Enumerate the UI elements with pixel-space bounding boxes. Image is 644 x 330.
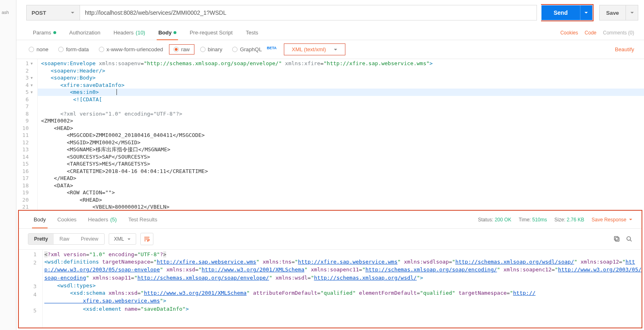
view-raw[interactable]: Raw: [54, 234, 75, 244]
svg-rect-1: [614, 237, 618, 240]
response-format-select[interactable]: XML: [109, 233, 137, 245]
code-link[interactable]: Code: [585, 30, 596, 36]
response-body-editor[interactable]: 12345 <?xml version="1.0" encoding="UTF-…: [19, 250, 642, 328]
resp-tab-headers[interactable]: Headers(5): [82, 211, 123, 228]
tab-params[interactable]: Params: [26, 25, 63, 40]
response-panel: Body Cookies Headers(5) Test Results Sta…: [18, 210, 642, 328]
chevron-down-icon: [629, 218, 633, 221]
wrap-icon: [144, 236, 150, 242]
body-type-graphql[interactable]: GraphQL: [228, 45, 266, 54]
save-dropdown[interactable]: [626, 5, 638, 20]
chevron-down-icon: [71, 11, 75, 15]
http-method-label: POST: [32, 10, 46, 16]
cookies-link[interactable]: Cookies: [560, 30, 578, 36]
url-bar: POST Send Save: [16, 0, 644, 25]
resp-tab-body[interactable]: Body: [28, 211, 52, 228]
view-mode-segment: Pretty Raw Preview: [28, 233, 105, 245]
body-type-none[interactable]: none: [25, 45, 53, 54]
radio-icon: [58, 47, 64, 52]
tab-body[interactable]: Body: [152, 25, 183, 40]
tab-prerequest[interactable]: Pre-request Script: [183, 25, 239, 40]
body-type-formdata[interactable]: form-data: [54, 45, 93, 54]
body-type-binary[interactable]: binary: [196, 45, 226, 54]
save-response-button[interactable]: Save Response: [591, 217, 633, 223]
beta-badge: BETA: [267, 46, 276, 50]
tab-authorization[interactable]: Authorization: [63, 25, 107, 40]
code-area[interactable]: <soapenv:Envelope xmlns:soapenv="http://…: [38, 59, 644, 210]
radio-icon: [200, 47, 206, 52]
view-preview[interactable]: Preview: [75, 234, 104, 244]
body-type-xwww[interactable]: x-www-form-urlencoded: [95, 45, 167, 54]
comments-link[interactable]: Comments (0): [603, 30, 634, 36]
radio-icon: [29, 47, 34, 52]
svg-rect-0: [615, 237, 619, 241]
size-value: 2.76 KB: [567, 217, 585, 223]
chevron-down-icon: [630, 11, 634, 15]
send-button[interactable]: Send: [541, 5, 580, 20]
radio-icon: [99, 47, 104, 52]
indicator-dot: [53, 31, 56, 34]
body-type-raw[interactable]: raw: [169, 44, 194, 55]
sidebar-item[interactable]: ash: [0, 7, 16, 18]
line-gutter: 1▾23▾4▾5▾6789101112131415161718192021: [16, 59, 38, 210]
response-view-row: Pretty Raw Preview XML: [19, 229, 642, 250]
copy-icon[interactable]: [614, 236, 620, 242]
resp-tab-testresults[interactable]: Test Results: [123, 211, 163, 228]
line-gutter: 12345: [19, 250, 43, 328]
response-tabs: Body Cookies Headers(5) Test Results Sta…: [19, 211, 642, 229]
svg-point-2: [627, 237, 630, 240]
tab-headers[interactable]: Headers(10): [107, 25, 152, 40]
wrap-toggle[interactable]: [140, 233, 153, 245]
url-input[interactable]: [80, 5, 537, 20]
chevron-down-icon: [333, 48, 338, 52]
content-type-select[interactable]: XML (text/xml): [284, 43, 345, 55]
chevron-down-icon: [127, 237, 131, 241]
request-body-editor[interactable]: 1▾23▾4▾5▾6789101112131415161718192021 <s…: [16, 59, 644, 210]
sidebar-item[interactable]: [0, 0, 16, 7]
search-icon[interactable]: [626, 236, 633, 242]
left-sidebar: ash: [0, 0, 16, 330]
body-type-row: none form-data x-www-form-urlencoded raw…: [16, 40, 644, 59]
send-dropdown[interactable]: [580, 5, 592, 20]
view-pretty[interactable]: Pretty: [28, 234, 54, 244]
radio-icon: [232, 47, 238, 52]
tab-tests[interactable]: Tests: [239, 25, 265, 40]
indicator-dot: [174, 31, 176, 34]
radio-icon: [174, 47, 179, 52]
request-tabs: Params Authorization Headers(10) Body Pr…: [16, 25, 644, 40]
chevron-down-icon: [584, 11, 588, 15]
beautify-link[interactable]: Beautify: [615, 46, 634, 52]
time-value: 510ms: [532, 217, 547, 223]
http-method-select[interactable]: POST: [26, 5, 80, 20]
code-area[interactable]: <?xml version="1.0" encoding="UTF-8"?><w…: [43, 250, 642, 328]
resp-tab-cookies[interactable]: Cookies: [52, 211, 82, 228]
save-button[interactable]: Save: [599, 5, 626, 20]
status-value: 200 OK: [495, 217, 512, 223]
